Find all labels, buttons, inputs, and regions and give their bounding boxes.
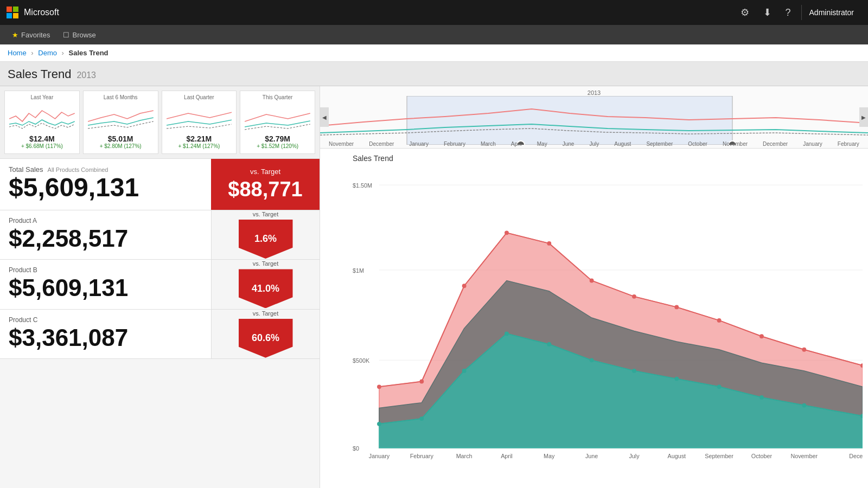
total-sales-value: $5,609,131 [9,174,202,202]
pc-dot-3 [505,331,509,336]
chart-area: Sales Trend $1.50M $1M $500K $0 [320,149,868,488]
thumb-last-6m[interactable]: Last 6 Months $5.01M + $2.80M (127%) [83,91,158,154]
pa-dot-9 [760,334,764,338]
product-a-pct: 1.6% [239,220,293,259]
download-icon[interactable]: ⬇ [757,3,777,22]
thumb-this-quarter[interactable]: This Quarter $2.79M + $1.52M (120%) [240,91,315,154]
svg-rect-1 [407,96,732,145]
chart-title: Sales Trend [353,154,863,163]
breadcrumb-current: Sales Trend [69,49,108,57]
logo-red [7,7,12,12]
timeline-nav-right[interactable]: ▶ [859,107,868,127]
product-c-main: Product C $3,361,087 [0,310,211,358]
product-b-value: $5,609,131 [9,275,202,301]
total-sales-section: Total Sales All Products Combined $5,609… [0,159,320,210]
breadcrumb-sep1: › [31,49,33,57]
thumb-chart-2 [167,102,232,132]
topbar: Microsoft ⚙ ⬇ ? Administrator [0,0,868,25]
x-label-0: January [369,453,390,459]
tl-month-2: January [409,141,429,147]
pc-dot-6 [632,369,636,373]
product-a-label: Product A [9,217,202,224]
pa-dot-0 [377,384,381,389]
total-sales-main: Total Sales All Products Combined $5,609… [0,159,211,210]
main-chart-svg: $1.50M $1M $500K $0 [353,165,863,471]
timeline-svg [320,96,868,145]
tl-month-10: September [646,141,673,147]
tl-month-13: December [763,141,788,147]
x-label-3: April [501,453,513,459]
product-c-value: $3,361,087 [9,325,202,351]
left-panel: Last Year $12.4M + $6.68M (117%) Last 6 … [0,86,320,488]
timeline-inner: 2013 ◀ ▶ [320,86,868,148]
product-b-pct: 41.0% [239,269,293,308]
pc-dot-1 [419,416,424,421]
product-b-main: Product B $5,609,131 [0,260,211,309]
browse-item[interactable]: ☐ Browse [58,25,101,44]
pc-dot-7 [674,377,679,381]
product-b-badge: vs. Target 41.0% [211,260,320,309]
thumb-delta-2: + $1.24M (127%) [167,143,232,149]
thumb-value-3: $2.79M [245,134,310,143]
x-label-7: August [668,453,686,459]
thumb-last-year[interactable]: Last Year $12.4M + $6.68M (117%) [4,91,80,154]
timeline-nav-left[interactable]: ◀ [320,107,329,127]
page-year: 2013 [76,70,96,80]
breadcrumb-home[interactable]: Home [8,49,27,57]
thumb-delta-0: + $6.68M (117%) [9,143,75,149]
x-label-6: July [629,453,640,459]
pc-dot-5 [590,358,594,362]
tl-month-6: May [537,141,547,147]
product-c-badge: vs. Target 60.6% [211,310,320,358]
browse-icon: ☐ [63,31,69,39]
main-content: Last Year $12.4M + $6.68M (117%) Last 6 … [0,86,868,488]
logo-green [13,7,18,12]
product-b-label: Product B [9,266,202,274]
settings-icon[interactable]: ⚙ [735,3,755,22]
x-label-5: June [585,453,598,459]
tl-month-15: February [838,141,859,147]
product-c-row: Product C $3,361,087 vs. Target 60.6% [0,310,320,358]
product-a-row: Product A $2,258,517 vs. Target 1.6% [0,210,320,259]
thumb-title-2: Last Quarter [167,94,232,100]
x-label-1: February [410,453,434,459]
page-header: Sales Trend 2013 [0,62,868,86]
brand-name: Microsoft [24,8,59,17]
thumb-chart-1 [88,102,154,132]
breadcrumb: Home › Demo › Sales Trend [0,44,868,62]
pa-dot-8 [717,318,722,323]
timeline-title: 2013 [588,89,601,96]
user-label[interactable]: Administrator [801,5,861,20]
tl-month-5: April [511,141,522,147]
pc-dot-0 [377,422,381,426]
pc-dot-4 [547,342,551,346]
favorites-item[interactable]: ★ Favorites [7,25,55,44]
thumb-title-3: This Quarter [245,94,310,100]
tl-month-4: March [481,141,496,147]
x-label-10: November [790,453,818,459]
breadcrumb-demo[interactable]: Demo [38,49,57,57]
y-label-2: $500K [353,357,370,364]
microsoft-logo [7,7,18,18]
product-a-badge: vs. Target 1.6% [211,210,320,259]
product-b-row: Product B $5,609,131 vs. Target 41.0% [0,260,320,309]
x-label-9: October [751,453,773,459]
product-b-section: Product B $5,609,131 vs. Target 41.0% [0,260,320,309]
thumb-delta-3: + $1.52M (120%) [245,143,310,149]
secondbar: ★ Favorites ☐ Browse [0,25,868,44]
product-c-pct: 60.6% [239,319,293,358]
y-label-0: $1.50M [353,182,372,189]
thumbnail-row: Last Year $12.4M + $6.68M (117%) Last 6 … [0,86,320,159]
right-panel: 2013 ◀ ▶ [320,86,868,488]
thumb-chart-3 [245,102,310,132]
timeline-area: 2013 ◀ ▶ [320,86,868,149]
tl-month-7: June [563,141,575,147]
product-a-main: Product A $2,258,517 [0,210,211,259]
thumb-title-0: Last Year [9,94,75,100]
thumb-last-quarter[interactable]: Last Quarter $2.21M + $1.24M (127%) [162,91,237,154]
help-icon[interactable]: ? [780,3,797,22]
total-sales-row: Total Sales All Products Combined $5,609… [0,159,320,210]
product-c-label: Product C [9,316,202,324]
total-sales-label: Total Sales All Products Combined [9,165,202,174]
product-c-target-label: vs. Target [253,310,279,317]
